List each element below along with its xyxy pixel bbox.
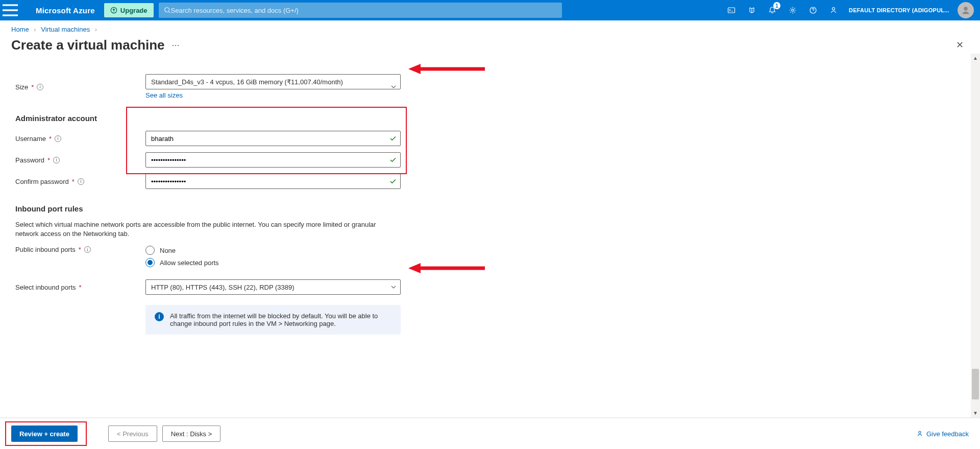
chevron-down-icon (390, 284, 397, 290)
info-icon[interactable]: i (55, 135, 61, 142)
wizard-footer: Review + create < Previous Next : Disks … (0, 417, 980, 449)
upgrade-label: Upgrade (120, 7, 148, 14)
more-options-button[interactable]: ··· (172, 40, 180, 51)
select-inbound-ports-value: HTTP (80), HTTPS (443), SSH (22), RDP (3… (151, 283, 295, 291)
search-icon (164, 7, 171, 14)
user-avatar[interactable] (958, 2, 974, 18)
chevron-right-icon: › (92, 26, 100, 33)
review-create-button[interactable]: Review + create (11, 426, 78, 442)
close-blade-button[interactable]: ✕ (951, 36, 969, 54)
settings-icon[interactable] (782, 0, 803, 20)
confirm-password-input[interactable] (145, 174, 401, 189)
required-indicator: * (79, 246, 81, 253)
chevron-right-icon: › (31, 26, 39, 33)
select-inbound-ports-dropdown[interactable]: HTTP (80), HTTPS (443), SSH (22), RDP (3… (145, 279, 401, 295)
upgrade-button[interactable]: Upgrade (104, 3, 154, 17)
valid-check-icon (389, 135, 397, 142)
svg-point-10 (964, 7, 968, 11)
admin-account-heading: Administrator account (15, 114, 960, 123)
svg-line-5 (168, 12, 170, 13)
radio-allow-selected[interactable]: Allow selected ports (145, 258, 401, 267)
give-feedback-label: Give feedback (926, 430, 969, 438)
svg-marker-12 (408, 64, 421, 74)
scroll-up-icon[interactable]: ▲ (973, 54, 978, 62)
info-callout-text: All traffic from the internet will be bl… (170, 312, 391, 327)
cloud-shell-icon[interactable] (721, 0, 742, 20)
feedback-icon (916, 430, 923, 437)
required-indicator: * (72, 178, 75, 185)
hamburger-icon[interactable] (0, 0, 20, 20)
required-indicator: * (79, 283, 82, 291)
see-all-sizes-link[interactable]: See all sizes (145, 91, 183, 99)
size-label: Size (15, 83, 28, 91)
info-icon: i (155, 312, 164, 321)
info-icon[interactable]: i (84, 246, 91, 253)
info-callout: i All traffic from the internet will be … (145, 305, 401, 335)
scrollbar-thumb[interactable] (972, 369, 979, 399)
breadcrumb-home[interactable]: Home (11, 26, 29, 33)
help-icon[interactable] (803, 0, 823, 20)
radio-icon (145, 258, 155, 267)
required-indicator: * (47, 156, 50, 164)
public-inbound-ports-label: Public inbound ports (15, 246, 76, 253)
radio-none[interactable]: None (145, 246, 401, 255)
top-header: Microsoft Azure Upgrade 1 DEFAULT DIRECT… (0, 0, 980, 20)
size-value: Standard_D4s_v3 - 4 vcpus, 16 GiB memory… (151, 78, 343, 86)
svg-rect-6 (728, 8, 735, 13)
chevron-down-icon (390, 84, 397, 90)
global-search[interactable] (159, 3, 562, 18)
password-input[interactable] (145, 152, 401, 168)
radio-none-label: None (160, 247, 176, 254)
give-feedback-link[interactable]: Give feedback (916, 430, 969, 438)
svg-point-9 (832, 8, 835, 10)
form-content: Size * i Standard_D4s_v3 - 4 vcpus, 16 G… (0, 54, 971, 417)
radio-allow-label: Allow selected ports (160, 259, 219, 267)
breadcrumb: Home › Virtual machines › (11, 26, 969, 33)
page-title: Create a virtual machine (11, 37, 165, 53)
valid-check-icon (389, 178, 397, 185)
inbound-port-rules-description: Select which virtual machine network por… (15, 220, 388, 239)
username-input[interactable] (145, 131, 401, 146)
radio-icon (145, 246, 155, 255)
info-icon[interactable]: i (53, 157, 60, 163)
vertical-scrollbar[interactable]: ▲ ▼ (971, 54, 980, 417)
required-indicator: * (49, 135, 52, 143)
svg-point-7 (792, 9, 794, 11)
previous-button[interactable]: < Previous (108, 426, 157, 442)
brand-label[interactable]: Microsoft Azure (20, 6, 102, 15)
info-icon[interactable]: i (78, 178, 84, 185)
size-dropdown[interactable]: Standard_D4s_v3 - 4 vcpus, 16 GiB memory… (145, 74, 401, 89)
feedback-icon[interactable] (823, 0, 844, 20)
valid-check-icon (389, 156, 397, 163)
search-input[interactable] (171, 7, 557, 14)
tenant-label[interactable]: DEFAULT DIRECTORY (ADIGOPUL... (844, 7, 954, 13)
inbound-port-rules-heading: Inbound port rules (15, 204, 960, 213)
svg-point-4 (164, 8, 169, 12)
next-disks-button[interactable]: Next : Disks > (162, 426, 221, 442)
notification-badge: 1 (773, 2, 780, 9)
directories-icon[interactable] (742, 0, 762, 20)
scroll-down-icon[interactable]: ▼ (973, 409, 978, 417)
info-icon[interactable]: i (37, 84, 43, 90)
required-indicator: * (31, 83, 34, 91)
select-inbound-ports-label: Select inbound ports (15, 283, 76, 291)
svg-point-15 (919, 431, 921, 433)
password-label: Password (15, 156, 44, 164)
confirm-password-label: Confirm password (15, 178, 69, 185)
notifications-icon[interactable]: 1 (762, 0, 782, 20)
username-label: Username (15, 135, 46, 143)
breadcrumb-vm[interactable]: Virtual machines (41, 26, 90, 33)
